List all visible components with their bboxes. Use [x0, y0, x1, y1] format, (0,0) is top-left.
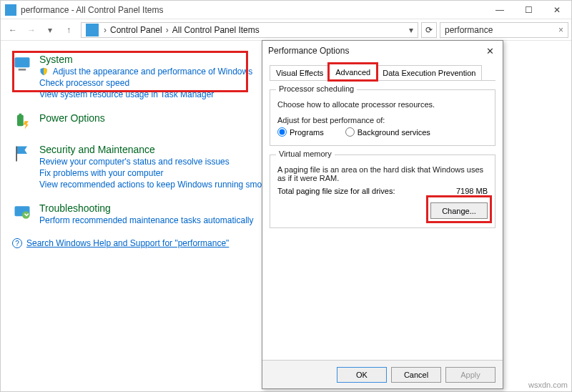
search-box[interactable]: × — [440, 22, 568, 38]
proc-desc: Choose how to allocate processor resourc… — [277, 100, 488, 109]
power-icon — [12, 112, 32, 132]
minimize-button[interactable]: — — [485, 1, 514, 19]
maximize-button[interactable]: ☐ — [514, 1, 543, 19]
breadcrumb-sep: › — [102, 25, 109, 35]
breadcrumb-current[interactable]: All Control Panel Items — [171, 25, 261, 35]
recent-button[interactable]: ▾ — [42, 22, 58, 38]
back-button[interactable]: ← — [5, 22, 21, 38]
category-heading[interactable]: Troubleshooting — [39, 202, 253, 214]
location-icon — [86, 24, 99, 36]
search-input[interactable] — [443, 24, 557, 36]
titlebar: performance - All Control Panel Items — … — [1, 1, 571, 19]
dialog-body: Visual Effects Advanced Data Execution P… — [262, 61, 503, 360]
vm-total-label: Total paging file size for all drives: — [277, 187, 395, 195]
group-legend: Virtual memory — [276, 150, 335, 158]
close-button[interactable]: ✕ — [543, 1, 571, 19]
vm-desc: A paging file is an area on the hard dis… — [277, 165, 488, 182]
category-heading[interactable]: Security and Maintenance — [39, 144, 280, 155]
app-icon — [5, 4, 16, 16]
group-processor-scheduling: Processor scheduling Choose how to alloc… — [270, 89, 495, 146]
group-virtual-memory: Virtual memory A paging file is an area … — [270, 155, 495, 228]
dialog-tabs: Visual Effects Advanced Data Execution P… — [270, 65, 495, 81]
radio-background-input[interactable] — [345, 127, 355, 137]
dialog-titlebar: Performance Options ✕ — [262, 41, 503, 61]
troubleshoot-icon — [12, 202, 32, 222]
link-recommended-actions[interactable]: View recommended actions to keep Windows… — [39, 180, 280, 190]
dialog-footer: OK Cancel Apply — [262, 360, 503, 388]
tab-advanced[interactable]: Advanced — [329, 64, 377, 80]
tab-dep[interactable]: Data Execution Prevention — [376, 65, 482, 80]
svg-rect-4 — [16, 147, 17, 162]
dialog-title: Performance Options — [268, 46, 349, 56]
forward-button[interactable]: → — [24, 22, 39, 38]
navbar: ← → ▾ ↑ › Control Panel › All Control Pa… — [1, 19, 571, 41]
clear-search-button[interactable]: × — [557, 25, 565, 35]
up-button[interactable]: ↑ — [61, 22, 77, 38]
apply-button[interactable]: Apply — [445, 367, 495, 383]
flag-icon — [12, 144, 32, 164]
radio-programs-input[interactable] — [277, 127, 287, 137]
info-icon: ? — [12, 238, 22, 248]
svg-rect-2 — [17, 115, 24, 127]
refresh-button[interactable]: ⟳ — [421, 22, 437, 38]
cancel-button[interactable]: Cancel — [391, 367, 441, 383]
link-review-status[interactable]: Review your computer's status and resolv… — [39, 157, 280, 167]
category-heading[interactable]: Power Options — [39, 112, 105, 124]
breadcrumb-sep: › — [164, 25, 171, 35]
address-bar[interactable]: › Control Panel › All Control Panel Item… — [81, 22, 418, 38]
radio-background[interactable]: Background services — [345, 127, 430, 137]
watermark: wsxdn.com — [528, 381, 568, 389]
annotation-box-system — [12, 51, 248, 92]
window-title: performance - All Control Panel Items — [21, 5, 485, 15]
annotation-box-change: Change... — [430, 202, 488, 219]
vm-total-value: 7198 MB — [456, 187, 488, 195]
breadcrumb-root[interactable]: Control Panel — [109, 25, 164, 35]
change-button[interactable]: Change... — [430, 202, 488, 219]
addr-dropdown[interactable]: ▾ — [406, 25, 416, 35]
help-link-text[interactable]: Search Windows Help and Support for "per… — [26, 238, 229, 248]
link-fix-problems[interactable]: Fix problems with your computer — [39, 168, 280, 178]
proc-adjust-label: Adjust for best performance of: — [277, 116, 488, 124]
performance-options-dialog: Performance Options ✕ Visual Effects Adv… — [262, 40, 503, 389]
dialog-close-button[interactable]: ✕ — [483, 46, 497, 57]
link-maintenance-tasks[interactable]: Perform recommended maintenance tasks au… — [39, 215, 253, 225]
radio-programs[interactable]: Programs — [277, 127, 324, 137]
group-legend: Processor scheduling — [276, 84, 357, 93]
svg-rect-3 — [19, 114, 22, 116]
ok-button[interactable]: OK — [337, 367, 387, 383]
tab-visual-effects[interactable]: Visual Effects — [270, 65, 330, 80]
